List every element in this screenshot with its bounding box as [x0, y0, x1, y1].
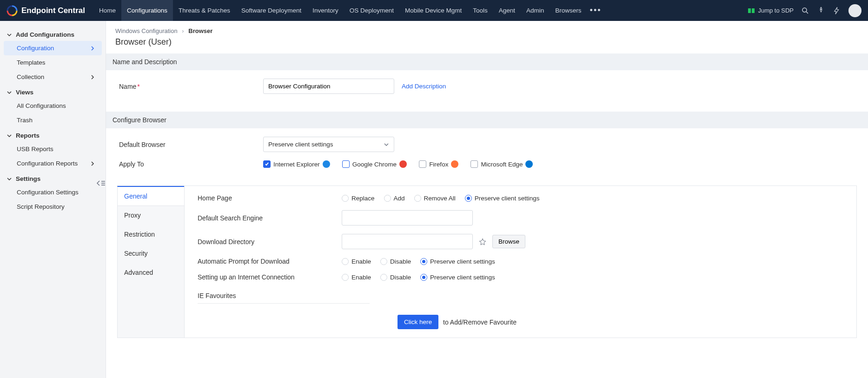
nav-agent[interactable]: Agent	[493, 0, 521, 21]
nav-home[interactable]: Home	[93, 0, 121, 21]
nav-browsers[interactable]: Browsers	[550, 0, 587, 21]
sidebar-collapse-icon[interactable]	[96, 179, 106, 187]
add-description-link[interactable]: Add Description	[402, 83, 446, 90]
tab-panel-general: Home Page ReplaceAddRemove AllPreserve c…	[185, 186, 856, 338]
breadcrumb-parent[interactable]: Windows Configuration	[115, 27, 178, 34]
sidebar-item-configuration-settings[interactable]: Configuration Settings	[4, 185, 102, 199]
click-here-button[interactable]: Click here	[398, 315, 438, 329]
auto-prompt-radios: EnableDisablePreserve client settings	[342, 258, 495, 265]
auto-prompt-enable[interactable]: Enable	[342, 258, 371, 265]
sidebar: Add ConfigurationsConfigurationTemplates…	[0, 21, 106, 378]
svg-rect-1	[752, 8, 755, 13]
ie-favourites-heading: IE Favourites	[198, 292, 370, 304]
home-page-label: Home Page	[198, 194, 342, 202]
nav-mobile-device-mgmt[interactable]: Mobile Device Mgmt	[399, 0, 467, 21]
sdp-icon	[748, 7, 755, 14]
sidebar-group-views[interactable]: Views	[0, 84, 106, 99]
sidebar-item-templates[interactable]: Templates	[4, 55, 102, 70]
sidebar-item-trash[interactable]: Trash	[4, 113, 102, 127]
nav-software-deployment[interactable]: Software Deployment	[236, 0, 307, 21]
default-browser-label: Default Browser	[119, 141, 263, 148]
auto-prompt-disable[interactable]: Disable	[380, 258, 411, 265]
auto-prompt-preserve-client-settings[interactable]: Preserve client settings	[420, 258, 495, 265]
sidebar-item-usb-reports[interactable]: USB Reports	[4, 142, 102, 156]
main-content: Windows Configuration › Browser Browser …	[106, 21, 868, 378]
home-page-add[interactable]: Add	[384, 195, 405, 202]
svg-rect-0	[748, 8, 751, 13]
config-tabs: GeneralProxyRestrictionSecurityAdvanced …	[117, 186, 857, 338]
internet-conn-disable[interactable]: Disable	[380, 274, 411, 281]
vertical-tabs: GeneralProxyRestrictionSecurityAdvanced	[118, 186, 185, 338]
brand-icon	[7, 5, 18, 16]
jump-to-sdp[interactable]: Jump to SDP	[748, 7, 794, 14]
sidebar-group-settings[interactable]: Settings	[0, 171, 106, 185]
nav-right: Jump to SDP	[748, 0, 868, 21]
internet-conn-enable[interactable]: Enable	[342, 274, 371, 281]
search-engine-input[interactable]	[342, 210, 473, 225]
sidebar-group-add-configurations[interactable]: Add Configurations	[0, 27, 106, 41]
name-label: Name*	[119, 83, 263, 90]
apply-to-microsoft-edge[interactable]: Microsoft Edge	[470, 160, 533, 168]
internet-conn-radios: EnableDisablePreserve client settings	[342, 274, 495, 281]
nav-configurations[interactable]: Configurations	[121, 0, 173, 21]
home-page-replace[interactable]: Replace	[342, 195, 375, 202]
home-page-radios: ReplaceAddRemove AllPreserve client sett…	[342, 195, 539, 202]
brand-text: Endpoint Central	[21, 6, 85, 15]
section-name-desc: Name and Description	[106, 53, 868, 70]
svg-line-3	[806, 12, 808, 13]
vtab-proxy[interactable]: Proxy	[118, 206, 184, 225]
brand-logo: Endpoint Central	[0, 5, 93, 16]
download-dir-input[interactable]	[342, 234, 473, 249]
home-page-remove-all[interactable]: Remove All	[414, 195, 456, 202]
fav-suffix-text: to Add/Remove Favourite	[443, 318, 517, 326]
sidebar-item-collection[interactable]: Collection	[4, 70, 102, 84]
vtab-restriction[interactable]: Restriction	[118, 225, 184, 244]
internet-conn-label: Setting up an Internet Connection	[198, 273, 342, 281]
nav-threats-patches[interactable]: Threats & Patches	[173, 0, 236, 21]
more-menu-icon[interactable]: •••	[587, 6, 604, 15]
internet-conn-preserve-client-settings[interactable]: Preserve client settings	[420, 274, 495, 281]
sidebar-item-configuration-reports[interactable]: Configuration Reports	[4, 156, 102, 171]
search-icon[interactable]	[801, 7, 809, 15]
sidebar-group-reports[interactable]: Reports	[0, 127, 106, 142]
nav-items: HomeConfigurationsThreats & PatchesSoftw…	[93, 0, 587, 21]
sidebar-item-script-repository[interactable]: Script Repository	[4, 199, 102, 214]
sidebar-item-configuration[interactable]: Configuration	[4, 41, 102, 55]
nav-inventory[interactable]: Inventory	[307, 0, 344, 21]
rocket-icon[interactable]	[817, 7, 825, 15]
breadcrumb-sep: ›	[182, 27, 184, 34]
top-nav: Endpoint Central HomeConfigurationsThrea…	[0, 0, 868, 21]
apply-to-label: Apply To	[119, 160, 263, 168]
apply-to-internet-explorer[interactable]: Internet Explorer	[263, 160, 330, 168]
sidebar-item-all-configurations[interactable]: All Configurations	[4, 99, 102, 113]
breadcrumb-current: Browser	[188, 27, 212, 34]
home-page-preserve-client-settings[interactable]: Preserve client settings	[465, 195, 540, 202]
vtab-general[interactable]: General	[117, 186, 184, 206]
vtab-advanced[interactable]: Advanced	[118, 263, 184, 282]
bolt-icon[interactable]	[833, 7, 841, 15]
nav-tools[interactable]: Tools	[467, 0, 493, 21]
svg-point-2	[802, 8, 807, 12]
search-engine-label: Default Search Engine	[198, 214, 342, 222]
svg-point-4	[821, 8, 822, 9]
nav-os-deployment[interactable]: OS Deployment	[344, 0, 399, 21]
name-input[interactable]	[263, 79, 394, 94]
default-browser-select[interactable]: Preserve client settings	[263, 137, 394, 152]
apply-to-google-chrome[interactable]: Google Chrome	[342, 160, 407, 168]
apply-to-checks: Internet ExplorerGoogle ChromeFirefoxMic…	[263, 160, 533, 168]
breadcrumb: Windows Configuration › Browser	[106, 21, 868, 35]
vtab-security[interactable]: Security	[118, 244, 184, 263]
chevron-down-icon	[384, 142, 389, 147]
page-title: Browser (User)	[106, 35, 868, 53]
section-configure-browser: Configure Browser	[106, 112, 868, 128]
auto-prompt-label: Automatic Prompt for Download	[198, 258, 342, 265]
browse-button[interactable]: Browse	[492, 235, 525, 248]
jump-to-sdp-label: Jump to SDP	[758, 7, 794, 14]
user-avatar[interactable]	[848, 4, 861, 17]
nav-admin[interactable]: Admin	[521, 0, 550, 21]
favorite-star-icon[interactable]	[476, 235, 490, 249]
download-dir-label: Download Directory	[198, 238, 342, 245]
apply-to-firefox[interactable]: Firefox	[419, 160, 458, 168]
default-browser-value: Preserve client settings	[268, 141, 333, 148]
